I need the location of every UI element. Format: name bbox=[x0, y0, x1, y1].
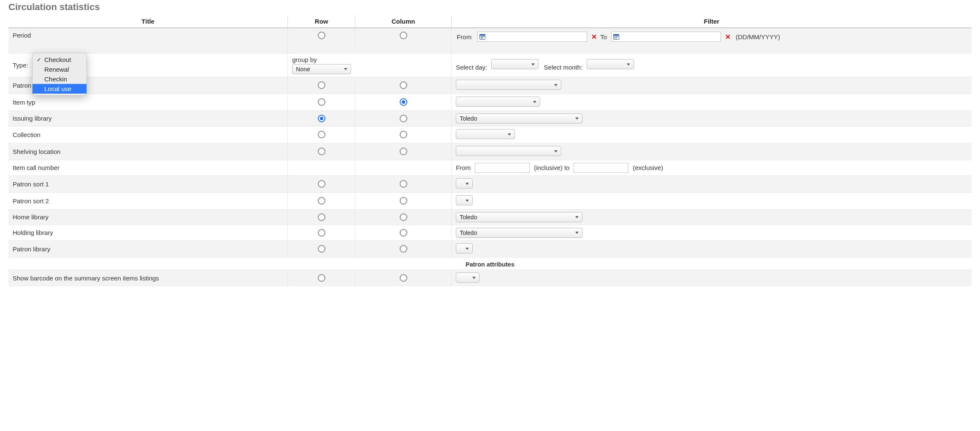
period-format-hint: (DD/MM/YYYY) bbox=[736, 33, 780, 40]
row-patron-sort2: Patron sort 2 bbox=[8, 192, 972, 209]
radio-col-issuing-library[interactable] bbox=[400, 115, 407, 122]
row-patron-category: Patron bbox=[8, 77, 972, 94]
svg-rect-3 bbox=[482, 36, 483, 37]
radio-row-home-library[interactable] bbox=[318, 213, 325, 221]
svg-rect-2 bbox=[481, 36, 482, 37]
period-to-label: To bbox=[600, 33, 607, 40]
label-shelving-location: Shelving location bbox=[8, 143, 288, 160]
type-option-local-use[interactable]: Local use bbox=[32, 84, 87, 94]
filter-patron-sort2[interactable] bbox=[456, 195, 473, 205]
row-collection: Collection bbox=[8, 126, 972, 143]
row-shelving-location: Shelving location bbox=[8, 143, 972, 160]
period-to-box[interactable] bbox=[611, 32, 721, 42]
th-filter: Filter bbox=[452, 15, 972, 28]
label-item-call-number: Item call number bbox=[8, 160, 288, 175]
radio-col-shelving-location[interactable] bbox=[400, 148, 407, 155]
filter-home-library[interactable]: Toledo bbox=[456, 212, 582, 222]
radio-row-item-type[interactable] bbox=[318, 98, 325, 106]
filter-issuing-library[interactable]: Toledo bbox=[456, 113, 582, 124]
label-issuing-library: Issuing library bbox=[8, 110, 288, 126]
period-from-clear[interactable]: ✕ bbox=[591, 33, 597, 41]
row-issuing-library: Issuing library Toledo bbox=[8, 110, 972, 126]
label-item-type: Item typ bbox=[8, 94, 288, 110]
type-option-checkin[interactable]: Checkin bbox=[32, 74, 87, 84]
radio-col-home-library[interactable] bbox=[400, 213, 407, 221]
call-end-label: (exclusive) bbox=[633, 164, 663, 171]
filter-patron-sort1[interactable] bbox=[456, 178, 473, 189]
group-by-label: group by bbox=[292, 56, 351, 63]
page-title: Circulation statistics bbox=[8, 2, 972, 13]
period-from-box[interactable] bbox=[477, 32, 587, 42]
row-type: Type: ✓ Checkout Renewal Checkin bbox=[8, 53, 972, 77]
stats-table: Title Row Column Filter Period From ✕ To bbox=[8, 15, 972, 286]
calendar-icon bbox=[479, 34, 485, 40]
type-dropdown[interactable]: ✓ Checkout Renewal Checkin Local use bbox=[32, 53, 87, 96]
filter-collection[interactable] bbox=[456, 129, 515, 139]
section-patron-attributes: Patron attributes bbox=[8, 257, 972, 269]
radio-row-patron-sort1[interactable] bbox=[318, 180, 325, 188]
radio-row-period[interactable] bbox=[318, 32, 325, 39]
group-by-select[interactable]: None bbox=[292, 64, 351, 74]
radio-row-issuing-library[interactable] bbox=[318, 115, 325, 122]
row-patron-library: Patron library bbox=[8, 240, 972, 257]
calendar-icon bbox=[613, 34, 619, 40]
period-from-label: From bbox=[457, 33, 471, 40]
svg-rect-10 bbox=[616, 36, 617, 37]
radio-col-collection[interactable] bbox=[400, 131, 407, 138]
row-item-type: Item typ bbox=[8, 94, 972, 110]
select-month-label: Select month: bbox=[544, 64, 583, 71]
svg-rect-9 bbox=[615, 36, 615, 37]
radio-row-collection[interactable] bbox=[318, 131, 325, 138]
row-item-call-number: Item call number From (inclusive) to (ex… bbox=[8, 160, 972, 175]
row-patron-sort1: Patron sort 1 bbox=[8, 175, 972, 192]
radio-col-period[interactable] bbox=[400, 32, 407, 39]
radio-row-patron-category[interactable] bbox=[318, 81, 325, 89]
radio-row-holding-library[interactable] bbox=[318, 229, 325, 237]
row-holding-library: Holding library Toledo bbox=[8, 225, 972, 240]
call-mid-label: (inclusive) to bbox=[534, 164, 569, 171]
radio-row-patron-library[interactable] bbox=[318, 245, 325, 253]
svg-rect-13 bbox=[616, 38, 617, 38]
radio-col-patron-category[interactable] bbox=[400, 81, 407, 89]
filter-holding-library[interactable]: Toledo bbox=[456, 228, 582, 238]
label-home-library: Home library bbox=[8, 209, 288, 225]
select-month[interactable] bbox=[587, 59, 634, 69]
label-collection: Collection bbox=[8, 126, 288, 143]
filter-shelving-location[interactable] bbox=[456, 146, 561, 156]
svg-rect-8 bbox=[614, 35, 619, 36]
radio-row-patron-sort2[interactable] bbox=[318, 197, 325, 205]
svg-rect-12 bbox=[615, 38, 615, 38]
th-column: Column bbox=[355, 15, 452, 28]
radio-row-shelving-location[interactable] bbox=[318, 148, 325, 155]
call-from-input[interactable] bbox=[475, 163, 530, 173]
label-patron-sort2: Patron sort 2 bbox=[8, 192, 288, 209]
label-type: Type: bbox=[13, 62, 28, 69]
svg-rect-1 bbox=[480, 35, 485, 36]
th-row: Row bbox=[288, 15, 355, 28]
radio-col-holding-library[interactable] bbox=[400, 229, 407, 237]
filter-show-barcode[interactable] bbox=[456, 272, 479, 283]
period-to-clear[interactable]: ✕ bbox=[725, 33, 731, 41]
call-from-label: From bbox=[456, 164, 471, 171]
period-to-input[interactable] bbox=[619, 32, 719, 41]
type-option-checkout[interactable]: ✓ Checkout bbox=[32, 55, 87, 65]
filter-patron-library[interactable] bbox=[456, 243, 473, 253]
period-from-input[interactable] bbox=[485, 32, 585, 41]
radio-col-item-type[interactable] bbox=[400, 98, 407, 106]
type-option-renewal[interactable]: Renewal bbox=[32, 65, 87, 74]
label-show-barcode: Show barcode on the summary screen items… bbox=[8, 269, 288, 286]
select-day[interactable] bbox=[491, 59, 539, 69]
radio-col-patron-sort2[interactable] bbox=[400, 197, 407, 205]
radio-col-show-barcode[interactable] bbox=[400, 274, 407, 282]
row-home-library: Home library Toledo bbox=[8, 209, 972, 225]
radio-col-patron-library[interactable] bbox=[400, 245, 407, 253]
radio-row-show-barcode[interactable] bbox=[318, 274, 325, 282]
filter-patron-category[interactable] bbox=[456, 80, 561, 90]
filter-item-type[interactable] bbox=[456, 97, 540, 107]
call-to-input[interactable] bbox=[574, 163, 628, 173]
radio-col-patron-sort1[interactable] bbox=[400, 180, 407, 188]
row-show-barcode: Show barcode on the summary screen items… bbox=[8, 269, 972, 286]
row-period: Period From ✕ To ✕ bbox=[8, 28, 972, 53]
label-patron-library: Patron library bbox=[8, 240, 288, 257]
check-icon: ✓ bbox=[36, 57, 42, 63]
